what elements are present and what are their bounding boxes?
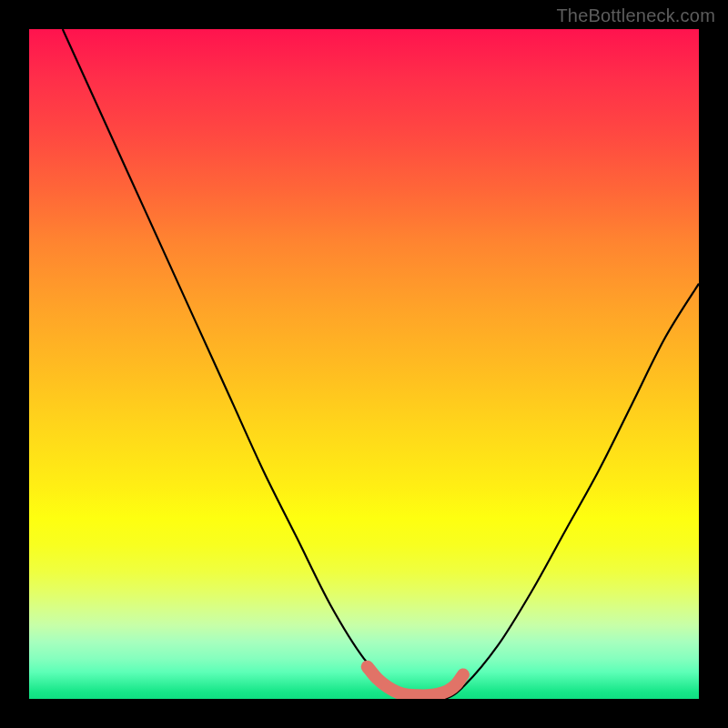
plot-area — [29, 29, 699, 699]
curve-overlay — [29, 29, 699, 699]
attribution-label: TheBottleneck.com — [556, 5, 715, 26]
optimal-zone-highlight — [368, 667, 463, 696]
bottleneck-curve — [63, 29, 699, 699]
chart-container: TheBottleneck.com — [0, 0, 728, 728]
